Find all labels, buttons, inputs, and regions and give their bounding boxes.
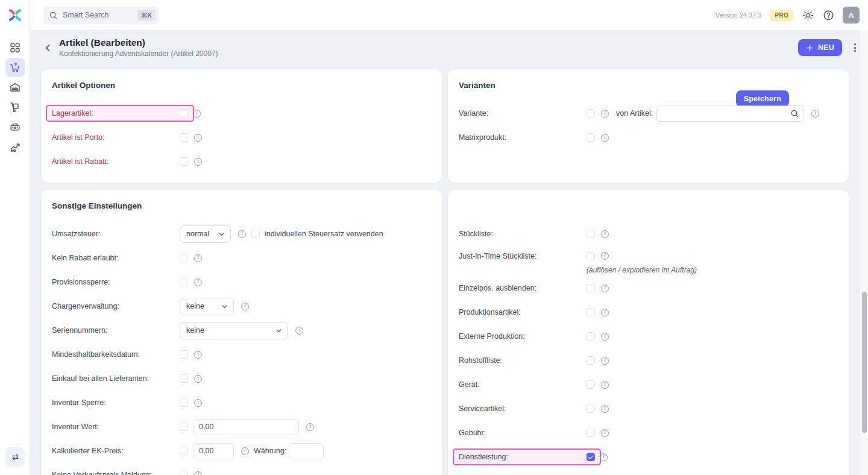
sidebar-item-pos[interactable] [5,118,25,137]
row-checkbox[interactable] [587,252,595,260]
sidebar-item-statistics[interactable] [5,137,25,157]
umsatzsteuer-select[interactable]: normal [180,225,231,243]
card-title: Sonstige Einstellungen [52,201,431,211]
info-icon[interactable] [194,375,202,383]
field-label: Rohstoffliste: [459,356,502,365]
card-sonstige-einstellungen: Sonstige Einstellungen Umsatzsteuer: nor… [41,190,442,475]
user-avatar[interactable]: A [843,7,860,24]
inventur-sperre-checkbox[interactable] [180,398,188,407]
form-row: Lagerartikel: [52,101,431,125]
form-row: Gerät: [459,373,838,397]
info-icon[interactable] [601,429,609,437]
sidebar-collapse-toggle[interactable] [5,447,25,467]
back-button[interactable] [41,41,54,54]
row-checkbox[interactable] [587,429,595,437]
waehrung-input[interactable] [289,443,324,459]
info-icon[interactable] [306,423,314,431]
settings-gear-icon[interactable] [802,9,814,21]
info-icon[interactable] [601,134,609,142]
row-checkbox[interactable] [587,230,595,238]
variante-checkbox[interactable] [587,109,595,118]
info-icon[interactable] [811,110,819,118]
info-icon[interactable] [241,447,249,455]
info-icon[interactable] [601,405,609,413]
ek-preis-input[interactable] [193,443,234,459]
info-icon[interactable] [601,381,609,389]
individueller-steuersatz-checkbox[interactable] [251,230,260,238]
sidebar-item-dashboard[interactable] [5,38,25,57]
ek-preis-checkbox[interactable] [180,447,188,455]
info-icon[interactable] [194,278,202,286]
info-icon[interactable] [601,230,609,238]
einkauf-checkbox[interactable] [180,374,188,383]
matrixprodukt-checkbox[interactable] [587,133,595,142]
info-icon[interactable] [194,351,202,359]
info-icon[interactable] [238,230,246,238]
sidebar-item-logistics[interactable] [5,98,25,117]
page-title: Artikel (Bearbeiten) [59,37,218,48]
info-icon[interactable] [241,303,249,310]
chargenverwaltung-select[interactable]: keine [180,298,234,315]
save-button[interactable]: Speichern [736,90,789,107]
info-icon[interactable] [194,471,202,475]
row-checkbox[interactable] [587,453,595,461]
info-icon[interactable] [194,254,202,262]
sidebar-item-sales[interactable] [5,58,25,77]
row-checkbox[interactable] [180,133,188,142]
keine-vk-meldung-checkbox[interactable] [180,471,188,475]
vertical-scrollbar-thumb[interactable] [862,292,867,433]
info-icon[interactable] [295,327,303,335]
provisionssperre-checkbox[interactable] [180,278,188,286]
row-einkauf-lieferanten: Einkauf bei allen Lieferanten: [52,366,431,391]
field-label: Inventur Wert: [52,423,180,431]
swap-arrows-icon [10,452,20,462]
inventur-wert-input[interactable] [193,419,299,435]
sidebar-item-warehouse[interactable] [5,78,25,97]
info-icon[interactable] [601,309,609,316]
field-label: Variante: [459,109,488,118]
vertical-scrollbar-track[interactable] [860,30,868,475]
info-icon[interactable] [601,110,609,118]
info-icon[interactable] [600,453,608,461]
checkbox-label: individuellen Steuersatz verwenden [265,230,383,238]
field-label: Just-In-Time Stückliste: [459,252,536,260]
info-icon[interactable] [194,134,202,142]
new-button[interactable]: NEU [798,39,842,56]
app-logo[interactable] [0,0,30,30]
info-icon[interactable] [601,357,609,365]
more-options-kebab-icon[interactable] [852,41,858,54]
row-seriennummern: Seriennummern: keine [52,318,431,342]
inventur-wert-checkbox[interactable] [180,423,188,431]
row-chargenverwaltung: Chargenverwaltung: keine [52,294,431,318]
field-label: Externe Produktion: [459,332,525,341]
row-kein-rabatt: Kein Rabatt erlaubt: [52,246,431,270]
seriennummern-select[interactable]: keine [180,322,288,339]
row-checkbox[interactable] [587,308,595,316]
row-checkbox[interactable] [180,109,188,118]
form-row: Artikel ist Rabatt: [52,149,431,174]
help-icon[interactable] [822,9,834,21]
mhd-checkbox[interactable] [180,350,188,359]
info-icon[interactable] [601,252,609,260]
field-label: Umsatzsteuer: [52,230,180,238]
info-icon[interactable] [194,399,202,407]
row-checkbox[interactable] [587,332,595,341]
select-value: keine [186,302,204,310]
row-checkbox[interactable] [587,284,595,292]
row-inventur-sperre: Inventur Sperre: [52,391,431,415]
row-matrixprodukt: Matrixprodukt: [459,125,838,149]
field-label: Chargenverwaltung: [52,302,180,310]
info-icon[interactable] [601,333,609,341]
row-checkbox[interactable] [587,380,595,389]
von-artikel-search-input[interactable] [656,105,804,122]
info-icon[interactable] [193,110,201,118]
row-checkbox[interactable] [180,157,188,166]
select-value: normal [186,230,209,238]
brand-x-icon [7,8,23,22]
row-checkbox[interactable] [587,404,595,413]
smart-search-input[interactable]: Smart Search ⌘K [43,7,159,24]
info-icon[interactable] [601,285,609,292]
info-icon[interactable] [194,158,202,166]
row-checkbox[interactable] [587,356,595,365]
kein-rabatt-checkbox[interactable] [180,254,188,262]
